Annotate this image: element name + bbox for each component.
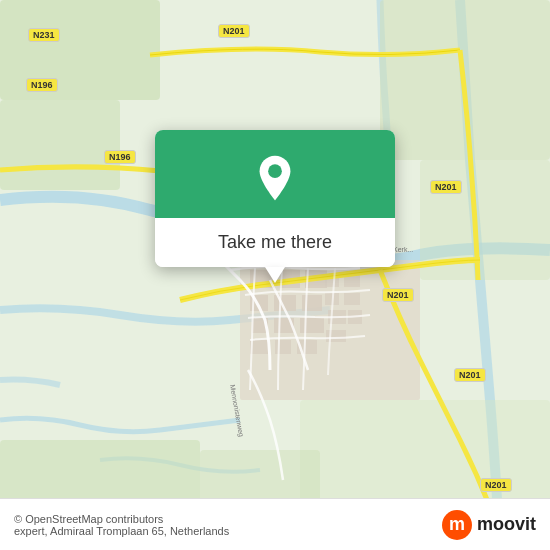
- attribution-text: © OpenStreetMap contributors: [14, 513, 163, 525]
- take-me-there-button[interactable]: Take me there: [155, 218, 395, 267]
- bottom-bar: © OpenStreetMap contributors expert, Adm…: [0, 498, 550, 550]
- moovit-letter: m: [449, 514, 465, 535]
- popup-header: [155, 130, 395, 218]
- road-badge-n196-mid: N196: [104, 150, 136, 164]
- road-badge-n201-mid: N201: [382, 288, 414, 302]
- moovit-logo-area: m moovit: [442, 510, 536, 540]
- moovit-m-icon: m: [442, 510, 472, 540]
- svg-rect-2: [0, 100, 120, 190]
- road-badge-n231: N231: [28, 28, 60, 42]
- road-badge-n201-right: N201: [430, 180, 462, 194]
- svg-rect-24: [344, 293, 360, 305]
- map-container: Amstel Drechtkanaal Mennonistenweg Kerk.…: [0, 0, 550, 550]
- road-badge-n196-top: N196: [26, 78, 58, 92]
- svg-rect-19: [275, 340, 291, 354]
- address-text: expert, Admiraal Tromplaan 65, Netherlan…: [14, 525, 229, 537]
- svg-point-31: [268, 164, 282, 178]
- svg-rect-17: [300, 318, 324, 333]
- road-badge-n201-bot: N201: [454, 368, 486, 382]
- location-pin-icon: [251, 154, 299, 202]
- svg-text:Kerk...: Kerk...: [393, 246, 413, 253]
- attribution-area: © OpenStreetMap contributors expert, Adm…: [14, 513, 229, 537]
- road-badge-n201-far-bot: N201: [480, 478, 512, 492]
- moovit-wordmark: moovit: [477, 514, 536, 535]
- location-popup: Take me there: [155, 130, 395, 267]
- road-badge-n201-top: N201: [218, 24, 250, 38]
- moovit-logo: m moovit: [442, 510, 536, 540]
- svg-rect-1: [0, 0, 160, 100]
